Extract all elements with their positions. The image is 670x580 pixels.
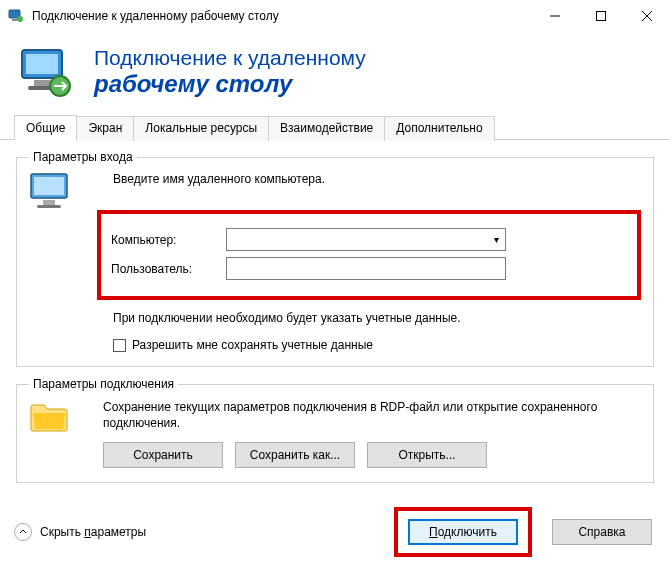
window-title: Подключение к удаленному рабочему столу	[32, 9, 532, 23]
tab-strip: Общие Экран Локальные ресурсы Взаимодейс…	[0, 114, 670, 140]
save-as-button[interactable]: Сохранить как...	[235, 442, 355, 468]
app-banner: Подключение к удаленному рабочему столу	[0, 32, 670, 114]
svg-rect-15	[37, 205, 61, 208]
tab-interaction[interactable]: Взаимодействие	[268, 116, 385, 141]
folder-icon	[29, 399, 69, 435]
dialog-footer: Скрыть параметры Подключить Справка	[0, 493, 670, 557]
window-titlebar: Подключение к удаленному рабочему столу	[0, 0, 670, 32]
collapse-icon[interactable]	[14, 523, 32, 541]
login-params-group: Параметры входа Введите имя удаленного к…	[16, 150, 654, 367]
svg-rect-4	[597, 12, 606, 21]
connection-params-legend: Параметры подключения	[29, 377, 178, 391]
highlight-connect-button: Подключить	[394, 507, 532, 557]
svg-rect-1	[12, 19, 17, 21]
rdp-app-icon	[8, 8, 24, 24]
tab-screen[interactable]: Экран	[76, 116, 134, 141]
close-button[interactable]	[624, 0, 670, 32]
login-intro: Введите имя удаленного компьютера.	[113, 172, 641, 186]
svg-rect-8	[26, 54, 58, 74]
save-button[interactable]: Сохранить	[103, 442, 223, 468]
monitor-icon	[29, 172, 73, 212]
computer-input[interactable]: ▾	[226, 228, 506, 251]
help-button[interactable]: Справка	[552, 519, 652, 545]
banner-line2: рабочему столу	[94, 70, 366, 98]
login-params-legend: Параметры входа	[29, 150, 137, 164]
svg-rect-14	[43, 200, 55, 205]
maximize-button[interactable]	[578, 0, 624, 32]
highlight-login-fields: Компьютер: ▾ Пользователь:	[97, 210, 641, 300]
user-label: Пользователь:	[111, 262, 226, 276]
computer-label: Компьютер:	[111, 233, 226, 247]
save-credentials-label[interactable]: Разрешить мне сохранять учетные данные	[132, 338, 373, 352]
tab-local-resources[interactable]: Локальные ресурсы	[133, 116, 269, 141]
connect-button[interactable]: Подключить	[408, 519, 518, 545]
connection-desc: Сохранение текущих параметров подключени…	[103, 399, 603, 431]
rdp-banner-icon	[18, 44, 74, 100]
svg-rect-13	[34, 177, 64, 195]
open-button[interactable]: Открыть...	[367, 442, 487, 468]
save-credentials-checkbox[interactable]	[113, 339, 126, 352]
chevron-down-icon: ▾	[494, 234, 499, 245]
login-note: При подключении необходимо будет указать…	[113, 310, 553, 326]
hide-params-link[interactable]: Скрыть параметры	[40, 525, 146, 539]
banner-line1: Подключение к удаленному	[94, 46, 366, 70]
tab-advanced[interactable]: Дополнительно	[384, 116, 494, 141]
minimize-button[interactable]	[532, 0, 578, 32]
svg-rect-9	[34, 80, 50, 86]
username-input[interactable]	[226, 257, 506, 280]
tab-general[interactable]: Общие	[14, 115, 77, 140]
svg-point-2	[17, 16, 23, 22]
connection-params-group: Параметры подключения Сохранение текущих…	[16, 377, 654, 482]
